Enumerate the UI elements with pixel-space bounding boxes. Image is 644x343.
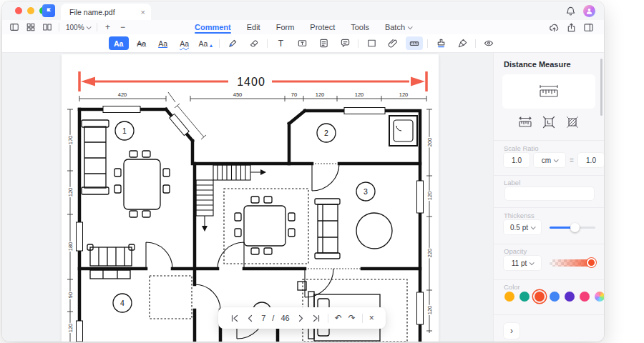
show-hide-annotations-eye-icon[interactable] xyxy=(480,36,497,50)
distance-measure-panel: Distance Measure Scale Ratio xyxy=(493,53,604,342)
scale-ratio-left-input[interactable]: 1.0 xyxy=(504,153,530,167)
svg-text:120: 120 xyxy=(426,192,433,201)
color-swatch[interactable] xyxy=(550,292,560,302)
area-measure-icon[interactable] xyxy=(565,116,580,129)
perimeter-measure-icon[interactable] xyxy=(542,116,556,129)
svg-text:450: 450 xyxy=(233,91,243,98)
distance-measure-annotation[interactable]: 1400 xyxy=(79,71,426,91)
svg-text:120: 120 xyxy=(399,91,409,98)
label-section-title: Label xyxy=(504,179,520,187)
color-swatch[interactable] xyxy=(580,292,590,302)
tab-close-icon[interactable]: × xyxy=(141,8,145,16)
svg-text:120: 120 xyxy=(67,188,74,197)
svg-text:420: 420 xyxy=(118,91,127,98)
first-page-button[interactable] xyxy=(230,314,239,323)
titlebar: File name.pdf × xyxy=(2,1,604,20)
screenshot-stage: File name.pdf × 100% + − xyxy=(0,0,644,343)
measure-preview-card xyxy=(502,74,595,109)
cloud-upload-icon[interactable] xyxy=(549,22,560,33)
svg-text:90: 90 xyxy=(67,292,74,298)
current-page-number[interactable]: 7 xyxy=(261,314,265,322)
tab-comment[interactable]: Comment xyxy=(195,23,231,31)
minimize-window-button[interactable] xyxy=(27,7,34,14)
typewriter-text-tool[interactable]: T xyxy=(272,36,289,50)
total-pages: 46 xyxy=(280,314,289,322)
sticky-note-tool[interactable] xyxy=(315,36,332,50)
share-icon[interactable] xyxy=(566,22,577,33)
measure-ruler-tool[interactable] xyxy=(406,36,423,50)
tab-protect[interactable]: Protect xyxy=(310,23,335,31)
document-tab[interactable]: File name.pdf × xyxy=(61,4,151,20)
pencil-marker-tool[interactable] xyxy=(224,36,241,50)
label-input[interactable] xyxy=(505,187,594,200)
thickness-slider[interactable] xyxy=(550,227,595,229)
redo-button[interactable]: ↷ xyxy=(348,313,356,323)
user-avatar[interactable] xyxy=(583,5,595,17)
room-number: 2 xyxy=(324,129,328,137)
svg-text:220: 220 xyxy=(426,249,433,258)
opacity-slider[interactable] xyxy=(550,259,595,267)
signature-pen-tool[interactable] xyxy=(454,36,471,50)
squiggly-underline-tool[interactable]: Aa xyxy=(176,36,193,50)
opacity-label: Opacity xyxy=(504,247,527,255)
opacity-dropdown[interactable]: 11 pt xyxy=(504,256,541,270)
equals-sign: = xyxy=(570,156,574,164)
tab-edit[interactable]: Edit xyxy=(247,23,260,31)
scale-ratio-label: Scale Ratio xyxy=(504,144,539,152)
notifications-bell-icon[interactable] xyxy=(565,6,576,16)
stamp-tool[interactable] xyxy=(432,36,449,50)
strikethrough-tool[interactable]: Aa xyxy=(133,36,150,50)
next-page-button[interactable] xyxy=(296,314,306,323)
pdf-page[interactable]: 420 450 70 120 120 120 170 120 180 90 12… xyxy=(62,54,439,342)
close-window-button[interactable] xyxy=(15,7,22,14)
last-page-button[interactable] xyxy=(312,314,321,323)
svg-text:120: 120 xyxy=(426,306,433,315)
custom-color-picker-swatch[interactable] xyxy=(595,292,604,302)
app-logo-icon xyxy=(42,4,55,17)
panel-scrollbar[interactable] xyxy=(600,59,602,116)
panel-toggle-icon[interactable] xyxy=(583,22,594,33)
textbox-tool[interactable] xyxy=(293,36,311,50)
comment-bubble-tool[interactable] xyxy=(336,36,353,50)
document-tab-title: File name.pdf xyxy=(69,8,115,16)
color-swatch-row xyxy=(504,292,604,302)
document-canvas[interactable]: 420 450 70 120 120 120 170 120 180 90 12… xyxy=(2,53,493,342)
underline-tool[interactable]: Aa xyxy=(155,36,172,50)
svg-text:180: 180 xyxy=(67,242,74,252)
color-label: Color xyxy=(504,283,520,291)
undo-button[interactable]: ↶ xyxy=(335,313,342,323)
collapse-panel-button[interactable]: › xyxy=(504,323,519,339)
insert-caret-tool[interactable]: Aa▲ xyxy=(197,36,215,50)
previous-page-button[interactable] xyxy=(245,314,255,323)
color-swatch[interactable] xyxy=(519,292,530,302)
color-swatch[interactable] xyxy=(535,292,545,302)
svg-text:120: 120 xyxy=(355,91,364,98)
thickness-slider-thumb[interactable] xyxy=(570,223,580,232)
attachment-clip-tool[interactable] xyxy=(384,36,401,50)
page-navigator: 7 / 46 ↶ ↷ × xyxy=(218,307,386,329)
color-swatch[interactable] xyxy=(504,292,514,302)
scale-unit-dropdown[interactable]: cm xyxy=(534,153,565,167)
distance-measure-icon[interactable] xyxy=(518,116,532,129)
stairs xyxy=(196,165,266,232)
scale-ratio-right-input[interactable]: 1.0 xyxy=(578,153,604,167)
annotation-toolbar: Aa Aa Aa Aa Aa▲ T xyxy=(2,34,604,53)
tab-tools[interactable]: Tools xyxy=(351,23,369,31)
highlight-text-tool[interactable]: Aa xyxy=(109,36,129,50)
floorplan-drawing: 420 450 70 120 120 120 170 120 180 90 12… xyxy=(62,54,439,342)
ruler-icon xyxy=(538,84,560,99)
tab-form[interactable]: Form xyxy=(276,23,295,31)
svg-text:200: 200 xyxy=(426,138,433,147)
tab-batch[interactable]: Batch xyxy=(385,23,411,31)
close-toolbar-button[interactable]: × xyxy=(369,313,374,323)
page-separator: / xyxy=(272,314,274,322)
svg-text:170: 170 xyxy=(67,136,74,145)
color-swatch[interactable] xyxy=(565,292,575,302)
thickness-dropdown[interactable]: 0.5 pt xyxy=(504,220,541,234)
menu-tabs: Comment Edit Form Protect Tools Batch xyxy=(2,20,604,34)
opacity-slider-thumb[interactable] xyxy=(587,258,596,267)
rectangle-shape-tool[interactable] xyxy=(363,36,380,50)
eraser-tool[interactable] xyxy=(245,36,263,50)
measured-distance-value: 1400 xyxy=(237,76,265,88)
room-number: 1 xyxy=(122,126,127,135)
